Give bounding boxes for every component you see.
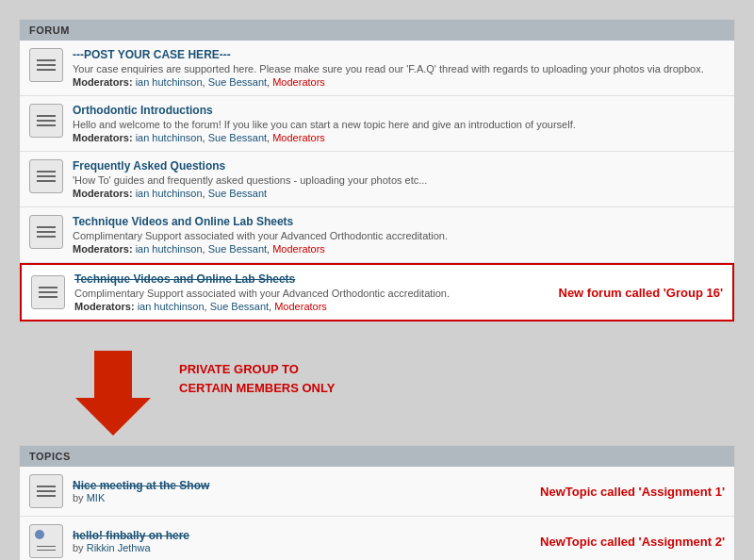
forum-item-title-3[interactable]: Frequently Asked Questions: [73, 159, 225, 173]
forum-item-content: ---POST YOUR CASE HERE--- Your case enqu…: [73, 48, 725, 88]
forum-item-post-case: ---POST YOUR CASE HERE--- Your case enqu…: [20, 41, 734, 96]
topic-new-label-2: NewTopic called 'Assignment 2': [540, 535, 725, 549]
topic-icon-wrap-1: [29, 474, 63, 508]
private-group-label: PRIVATE GROUP TO CERTAIN MEMBERS ONLY: [179, 351, 335, 397]
forum-icon-wrap-2: [29, 104, 63, 138]
arrow-section: PRIVATE GROUP TO CERTAIN MEMBERS ONLY: [19, 341, 735, 445]
topic-by-1: by MIK: [73, 492, 521, 503]
forum-item-mods-3: Moderators: ian hutchinson, Sue Bessant: [73, 188, 725, 199]
topic-author-2[interactable]: Rikkin Jethwa: [87, 542, 151, 553]
topic-by-2: by Rikkin Jethwa: [73, 542, 521, 553]
mod-link-mods1[interactable]: Moderators: [272, 76, 325, 88]
forum-item-orthodontic: Orthodontic Introductions Hello and welc…: [20, 96, 734, 152]
forum-item-technique-2: Technique Videos and Online Lab Sheets C…: [20, 263, 734, 321]
forum-item-mods-4: Moderators: ian hutchinson, Sue Bessant,…: [73, 243, 725, 255]
forum-item-title[interactable]: ---POST YOUR CASE HERE---: [73, 48, 231, 61]
forum-item-title-2[interactable]: Orthodontic Introductions: [73, 104, 213, 117]
mod-link-ian5[interactable]: ian hutchinson: [138, 301, 205, 312]
forum-item-desc-4: Complimentary Support associated with yo…: [73, 230, 725, 241]
mod-link-sue1[interactable]: Sue Bessant: [208, 76, 267, 88]
forum-item-mods: Moderators: ian hutchinson, Sue Bessant,…: [73, 76, 725, 88]
topic-author-1[interactable]: MIK: [87, 492, 106, 503]
topics-section: TOPICS Nice meeting at the Show by MIK N…: [19, 445, 735, 560]
mod-link-ian1[interactable]: ian hutchinson: [136, 76, 203, 88]
topics-header: TOPICS: [20, 446, 734, 467]
forum-item-content-4: Technique Videos and Online Lab Sheets C…: [73, 215, 725, 255]
forum-item-title-5[interactable]: Technique Videos and Online Lab Sheets: [74, 272, 295, 286]
topic-content-1: Nice meeting at the Show by MIK: [73, 479, 521, 503]
forum-icon-wrap-4: [29, 215, 63, 249]
forum-item-content-5: Technique Videos and Online Lab Sheets C…: [74, 272, 540, 312]
topic-icon-wrap-2: [29, 524, 63, 558]
arrow-head: [75, 398, 151, 436]
mod-link-sue2[interactable]: Sue Bessant: [208, 132, 267, 143]
forum-item-technique-1: Technique Videos and Online Lab Sheets C…: [20, 207, 734, 263]
forum-item-content-3: Frequently Asked Questions 'How To' guid…: [73, 159, 725, 199]
forum-header: FORUM: [20, 20, 734, 41]
forum-icon-wrap-3: [29, 159, 63, 193]
topic-item-nice-meeting: Nice meeting at the Show by MIK NewTopic…: [20, 467, 734, 517]
forum-icon-wrap: [29, 48, 63, 82]
mod-link-ian4[interactable]: ian hutchinson: [136, 243, 203, 255]
forum-item-desc-3: 'How To' guides and frequently asked que…: [73, 174, 725, 186]
mod-link-ian3[interactable]: ian hutchinson: [136, 188, 203, 199]
forum-item-faq: Frequently Asked Questions 'How To' guid…: [20, 152, 734, 207]
forum-item-title-4[interactable]: Technique Videos and Online Lab Sheets: [73, 215, 293, 228]
topic-title-1[interactable]: Nice meeting at the Show: [73, 479, 209, 492]
forum-icon-wrap-5: [31, 275, 65, 309]
mod-link-ian2[interactable]: ian hutchinson: [136, 132, 203, 143]
forum-item-desc-2: Hello and welcome to the forum! If you l…: [73, 119, 725, 130]
mod-link-sue3[interactable]: Sue Bessant: [208, 188, 267, 199]
topic-content-2: hello! finbally on here by Rikkin Jethwa: [73, 529, 521, 553]
down-arrow: [75, 351, 151, 436]
forum-section: FORUM ---POST YOUR CASE HERE--- Your cas…: [19, 19, 735, 322]
topic-new-label-1: NewTopic called 'Assignment 1': [540, 485, 725, 499]
forum-new-label-5: New forum called 'Group 16': [559, 286, 724, 300]
topic-title-2[interactable]: hello! finbally on here: [73, 529, 189, 542]
mod-link-sue4[interactable]: Sue Bessant: [208, 243, 267, 255]
mod-link-mods2[interactable]: Moderators: [272, 132, 325, 143]
forum-item-desc-5: Complimentary Support associated with yo…: [74, 288, 540, 299]
forum-item-mods-5: Moderators: ian hutchinson, Sue Bessant,…: [74, 301, 540, 312]
mod-link-sue5[interactable]: Sue Bessant: [210, 301, 269, 312]
forum-item-desc: Your case enquiries are supported here. …: [73, 63, 725, 74]
mod-link-mods5[interactable]: Moderators: [274, 301, 327, 312]
forum-item-content-2: Orthodontic Introductions Hello and welc…: [73, 104, 725, 143]
forum-item-mods-2: Moderators: ian hutchinson, Sue Bessant,…: [73, 132, 725, 143]
topic-item-hello: hello! finbally on here by Rikkin Jethwa…: [20, 517, 734, 560]
arrow-body: [94, 351, 132, 398]
mod-link-mods4[interactable]: Moderators: [272, 243, 325, 255]
